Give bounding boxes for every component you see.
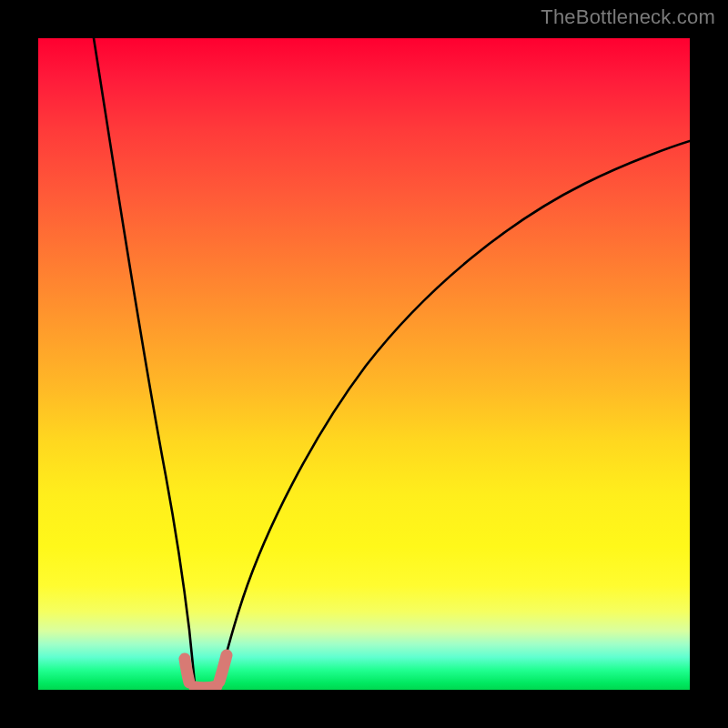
trough-highlight-right: [219, 655, 227, 682]
trough-highlight-left: [185, 659, 189, 682]
chart-frame: TheBottleneck.com: [0, 0, 728, 728]
bottleneck-curve: [38, 38, 690, 690]
watermark-text: TheBottleneck.com: [541, 5, 715, 29]
trough-highlight-bottom: [195, 686, 217, 688]
curve-right-branch: [218, 141, 690, 684]
curve-left-branch: [94, 38, 195, 684]
plot-area: [38, 38, 690, 690]
